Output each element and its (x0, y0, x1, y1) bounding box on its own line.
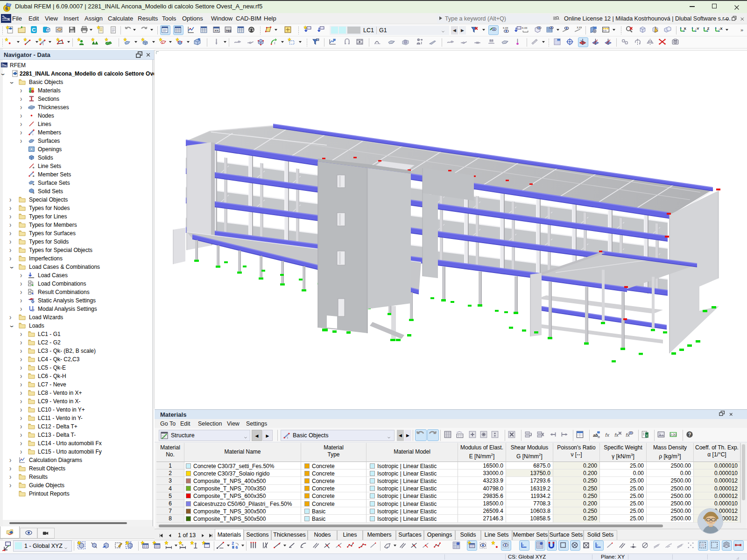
svg-text:X: X (646, 434, 648, 438)
svg-text:+: + (32, 166, 35, 169)
svg-text:0,00: 0,00 (670, 433, 677, 437)
svg-text:x.xx: x.xx (522, 26, 528, 29)
svg-text:fx: fx (605, 432, 609, 438)
svg-text:+: + (32, 191, 35, 195)
svg-text:I: I (43, 42, 44, 46)
svg-text:+: + (32, 174, 35, 178)
svg-text:-X: -X (719, 27, 723, 31)
svg-text:6: 6 (5, 6, 8, 11)
svg-text:X: X (684, 27, 687, 31)
svg-text:C: C (32, 27, 36, 33)
svg-text:I: I (275, 42, 275, 45)
svg-text:?: ? (688, 432, 691, 437)
svg-text:I: I (287, 436, 288, 439)
svg-text:-Y: -Y (696, 27, 700, 31)
svg-text:>>_: >>_ (214, 29, 220, 33)
svg-text:I: I (32, 133, 33, 136)
svg-text:x.xx: x.xx (577, 26, 582, 29)
svg-text:ab: ab (593, 433, 598, 438)
svg-text:+: + (32, 182, 35, 186)
svg-text:I: I (387, 546, 388, 550)
svg-text:Z: Z (707, 27, 710, 31)
svg-text:2: 2 (232, 541, 234, 546)
svg-text:x.xx: x.xx (503, 26, 508, 29)
svg-text:x: x (182, 543, 183, 546)
svg-text:fx: fx (614, 432, 619, 438)
svg-text:6: 6 (236, 545, 238, 550)
svg-text:>sc: >sc (226, 29, 231, 33)
